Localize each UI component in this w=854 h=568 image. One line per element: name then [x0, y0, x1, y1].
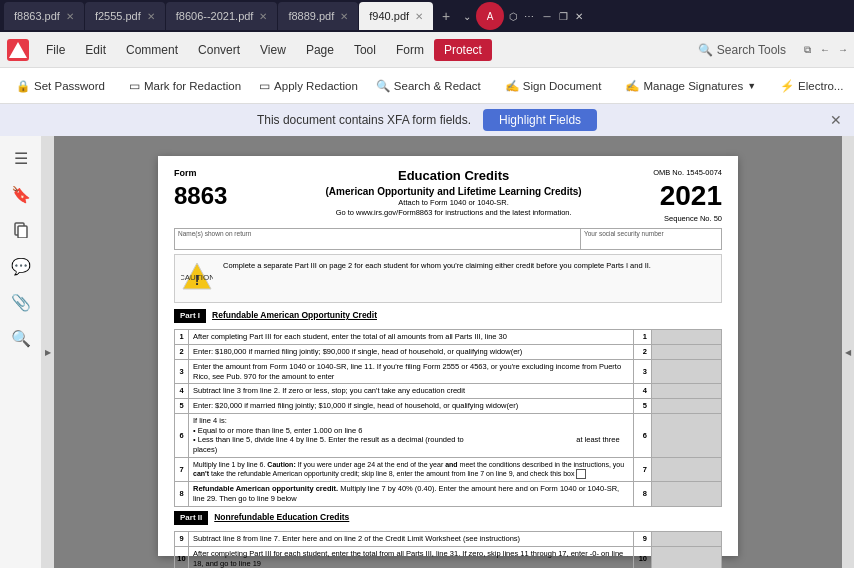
part2-title: Nonrefundable Education Credits: [214, 512, 349, 523]
user-avatar: A: [476, 2, 504, 30]
menu-tool[interactable]: Tool: [344, 39, 386, 61]
sidebar-pages-icon[interactable]: [5, 214, 37, 246]
search-tools-button[interactable]: 🔍 Search Tools: [688, 39, 796, 61]
tab-close-1[interactable]: ✕: [66, 11, 74, 22]
share-btn[interactable]: ⬡: [506, 9, 520, 23]
menu-page[interactable]: Page: [296, 39, 344, 61]
menu-edit[interactable]: Edit: [75, 39, 116, 61]
sidebar-search-icon[interactable]: 🔍: [5, 322, 37, 354]
protect-toolbar: 🔒 Set Password ▭ Mark for Redaction ▭ Ap…: [0, 68, 854, 104]
tab-f940[interactable]: f940.pdf ✕: [359, 2, 433, 30]
manage-signatures-button[interactable]: ✍ Manage Signatures ▼: [617, 75, 764, 97]
set-password-label: Set Password: [34, 80, 105, 92]
line-number: 7: [634, 457, 652, 481]
ssn-label: Your social security number: [584, 230, 718, 238]
ssn-cell: Your social security number: [581, 229, 721, 249]
menu-protect[interactable]: Protect: [434, 39, 492, 61]
input-field: [652, 546, 722, 568]
sidebar-panel-toggle[interactable]: ☰: [5, 142, 37, 174]
close-btn[interactable]: ✕: [572, 9, 586, 23]
form-subtitle: (American Opportunity and Lifetime Learn…: [254, 185, 653, 198]
tab-f8863[interactable]: f8863.pdf ✕: [4, 2, 84, 30]
mark-for-redaction-label: Mark for Redaction: [144, 80, 241, 92]
input-field: [652, 413, 722, 457]
mark-for-redaction-button[interactable]: ▭ Mark for Redaction: [121, 75, 249, 97]
redaction-apply-icon: ▭: [259, 79, 270, 93]
minimize-btn[interactable]: ─: [540, 9, 554, 23]
tab-close-4[interactable]: ✕: [340, 11, 348, 22]
part1-label: Part I: [174, 309, 206, 323]
back-btn[interactable]: ←: [818, 43, 832, 57]
tab-f2555[interactable]: f2555.pdf ✕: [85, 2, 165, 30]
input-field: [652, 384, 722, 399]
left-sidebar: ☰ 🔖 💬 📎 🔍: [0, 136, 42, 568]
row-description: After completing Part III for each stude…: [189, 330, 634, 345]
search-tools-label: Search Tools: [717, 43, 786, 57]
search-redact-label: Search & Redact: [394, 80, 481, 92]
menu-file[interactable]: File: [36, 39, 75, 61]
row-number: 2: [175, 345, 189, 360]
sidebar-attachment-icon[interactable]: 📎: [5, 286, 37, 318]
electronic-label: Electro...: [798, 80, 843, 92]
row-description: Multiply line 1 by line 6. Caution: If y…: [189, 457, 634, 481]
forward-btn[interactable]: →: [836, 43, 850, 57]
left-panel-collapse-btn[interactable]: ▶: [42, 136, 54, 568]
app-logo: [4, 36, 32, 64]
lock-icon: 🔒: [16, 79, 30, 93]
chevron-left-icon: ▶: [45, 348, 51, 357]
sidebar-comment-icon[interactable]: 💬: [5, 250, 37, 282]
row-number: 7: [175, 457, 189, 481]
right-panel-collapse-btn[interactable]: ◀: [842, 136, 854, 568]
tab-f8606[interactable]: f8606--2021.pdf ✕: [166, 2, 278, 30]
row-description: Refundable American opportunity credit. …: [189, 482, 634, 507]
document-area: Form 8863 Education Credits (American Op…: [54, 136, 842, 568]
table-row: 3 Enter the amount from Form 1040 or 104…: [175, 359, 722, 384]
apply-redaction-button[interactable]: ▭ Apply Redaction: [251, 75, 366, 97]
table-row: 2 Enter: $180,000 if married filing join…: [175, 345, 722, 360]
highlight-fields-button[interactable]: Highlight Fields: [483, 109, 597, 131]
notification-bar: This document contains XFA form fields. …: [0, 104, 854, 136]
more-options-btn[interactable]: ⋯: [522, 9, 536, 23]
menu-convert[interactable]: Convert: [188, 39, 250, 61]
table-row: 9 Subtract line 8 from line 7. Enter her…: [175, 532, 722, 547]
tab-close-3[interactable]: ✕: [259, 11, 267, 22]
line-number: 3: [634, 359, 652, 384]
electronic-button[interactable]: ⚡ Electro...: [772, 75, 851, 97]
tab-label: f8863.pdf: [14, 10, 60, 22]
search-icon: 🔍: [698, 43, 713, 57]
menu-form[interactable]: Form: [386, 39, 434, 61]
sidebar-bookmark-icon[interactable]: 🔖: [5, 178, 37, 210]
form-label: Form: [174, 168, 254, 180]
sign-document-button[interactable]: ✍ Sign Document: [497, 75, 610, 97]
name-field: [178, 238, 577, 248]
row-number: 4: [175, 384, 189, 399]
row-description: After completing Part III for each stude…: [189, 546, 634, 568]
search-redact-icon: 🔍: [376, 79, 390, 93]
tab-close-2[interactable]: ✕: [147, 11, 155, 22]
dropdown-arrow-icon: ▼: [747, 81, 756, 91]
tab-close-5[interactable]: ✕: [415, 11, 423, 22]
notification-close-button[interactable]: ✕: [830, 112, 842, 128]
tab-label: f8889.pdf: [288, 10, 334, 22]
line-number: 8: [634, 482, 652, 507]
restore-btn[interactable]: ❐: [556, 9, 570, 23]
line-number: 10: [634, 546, 652, 568]
new-tab-button[interactable]: +: [434, 4, 458, 28]
ssn-field: [584, 238, 718, 248]
menu-comment[interactable]: Comment: [116, 39, 188, 61]
set-password-button[interactable]: 🔒 Set Password: [8, 75, 113, 97]
table-row: 4 Subtract line 3 from line 2. If zero o…: [175, 384, 722, 399]
part2-label: Part II: [174, 511, 208, 525]
line-number: 9: [634, 532, 652, 547]
tab-overflow-btn[interactable]: ⌄: [460, 9, 474, 23]
menu-view[interactable]: View: [250, 39, 296, 61]
search-redact-button[interactable]: 🔍 Search & Redact: [368, 75, 489, 97]
row-description: If line 4 is:• Equal to or more than lin…: [189, 413, 634, 457]
tab-f8889[interactable]: f8889.pdf ✕: [278, 2, 358, 30]
svg-text:CAUTION: CAUTION: [181, 273, 213, 282]
table-row: 6 If line 4 is:• Equal to or more than l…: [175, 413, 722, 457]
row-description: Enter: $180,000 if married filing jointl…: [189, 345, 634, 360]
row-number: 9: [175, 532, 189, 547]
external-link-btn[interactable]: ⧉: [800, 43, 814, 57]
form-attach: Attach to Form 1040 or 1040-SR.: [254, 198, 653, 208]
